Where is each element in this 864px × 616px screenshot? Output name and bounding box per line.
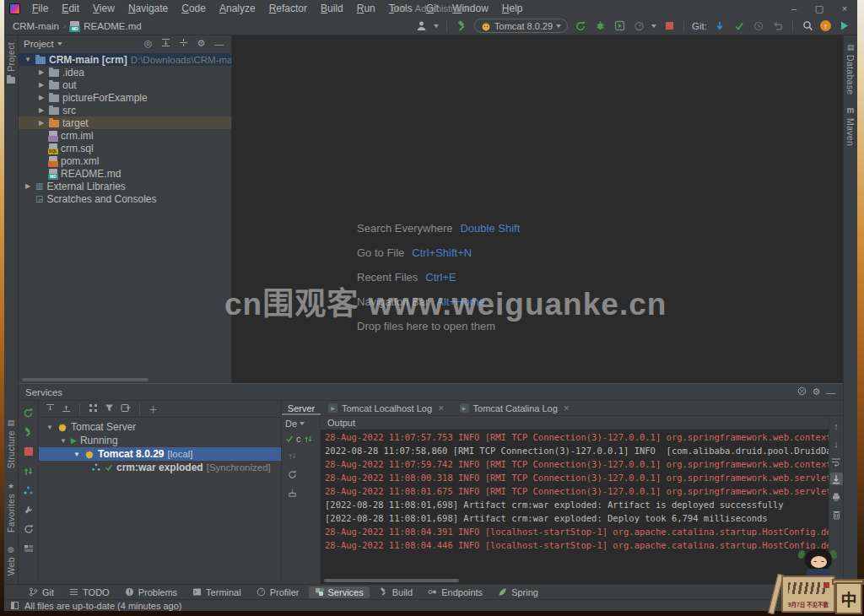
tree-row-external-libraries[interactable]: ▶ ▥ External Libraries xyxy=(19,180,231,192)
filter-icon[interactable] xyxy=(105,403,114,414)
expand-all-icon[interactable] xyxy=(159,38,173,49)
user-dropdown-caret-icon[interactable] xyxy=(434,24,439,28)
deployment-item[interactable]: c xyxy=(285,434,316,444)
group-by-icon[interactable] xyxy=(89,403,98,414)
deploy-to-icon[interactable] xyxy=(285,486,299,500)
history-icon[interactable] xyxy=(752,19,765,33)
menu-view[interactable]: View xyxy=(86,1,122,16)
swap-disabled-icon[interactable] xyxy=(285,449,299,462)
edit-configuration-wrench-icon[interactable] xyxy=(22,503,35,516)
service-row-running[interactable]: ▼ ▶ Running xyxy=(39,434,281,447)
refresh-icon[interactable] xyxy=(22,522,35,536)
collapse-all-icon[interactable] xyxy=(176,38,191,49)
output-horizontal-scrollbar[interactable] xyxy=(324,579,459,582)
tree-row-readme-md[interactable]: MD README.md xyxy=(19,167,231,180)
chevron-right-icon[interactable]: ▶ xyxy=(37,106,46,114)
chevron-down-icon[interactable]: ▼ xyxy=(24,56,32,63)
chevron-right-icon[interactable]: ▶ xyxy=(37,94,46,101)
services-settings-gear-icon[interactable]: ⚙ xyxy=(809,386,824,397)
menu-file[interactable]: File xyxy=(25,1,55,16)
git-commit-icon[interactable] xyxy=(732,19,746,33)
redeploy-icon[interactable] xyxy=(285,467,299,481)
float-mode-icon[interactable] xyxy=(795,386,809,397)
chevron-down-icon[interactable]: ▼ xyxy=(46,424,54,431)
menu-refactor[interactable]: Refactor xyxy=(262,1,314,16)
debug-icon[interactable] xyxy=(593,19,607,33)
chevron-right-icon[interactable]: ▶ xyxy=(37,68,46,76)
run-anything-icon[interactable] xyxy=(837,19,850,33)
chevron-down-icon[interactable]: ▼ xyxy=(73,451,81,458)
tree-row-idea[interactable]: ▶ .idea xyxy=(19,66,231,78)
toolwindow-build[interactable]: Build xyxy=(373,586,418,598)
expand-all-icon[interactable] xyxy=(46,403,55,414)
clear-all-trash-icon[interactable] xyxy=(830,508,843,521)
tree-row-project-root[interactable]: ▼ CRM-main [crm] D:\Downloads\CRM-main\C… xyxy=(19,53,231,66)
maximize-button[interactable]: ▢ xyxy=(807,0,832,17)
tab-tomcat-localhost-log[interactable]: ▶ Tomcat Localhost Log ✕ xyxy=(321,401,452,415)
collapse-all-icon[interactable] xyxy=(62,403,71,414)
stripe-item-web[interactable]: ◍ Web xyxy=(6,546,16,575)
menu-edit[interactable]: Edit xyxy=(55,1,86,16)
menu-analyze[interactable]: Analyze xyxy=(213,1,262,16)
tab-tomcat-catalina-log[interactable]: ▶ Tomcat Catalina Log ✕ xyxy=(452,401,578,415)
breadcrumb-project[interactable]: CRM-main xyxy=(13,21,59,31)
rollback-icon[interactable] xyxy=(771,19,785,33)
services-tree[interactable]: ▼ Tomcat Server ▼ ▶ Running xyxy=(39,418,281,474)
tool-window-toggle-icon[interactable] xyxy=(11,602,19,609)
deployment-dropdown[interactable]: De xyxy=(285,419,316,429)
soft-wrap-icon[interactable] xyxy=(830,455,843,467)
locate-file-icon[interactable]: ◎ xyxy=(141,38,155,49)
deploy-all-icon[interactable] xyxy=(22,484,35,497)
close-tab-icon[interactable]: ✕ xyxy=(564,404,570,413)
close-button[interactable]: × xyxy=(832,0,857,17)
stripe-item-structure[interactable]: ▤ Structure xyxy=(6,419,16,468)
profiler-icon[interactable] xyxy=(632,19,645,33)
toolwindow-terminal[interactable]: Terminal xyxy=(186,586,247,598)
project-horizontal-scrollbar[interactable] xyxy=(22,378,148,381)
menu-code[interactable]: Code xyxy=(175,1,213,16)
tree-row-pictureforexample[interactable]: ▶ pictureForExample xyxy=(19,91,231,104)
toolwindow-problems[interactable]: Problems xyxy=(119,586,183,598)
chevron-down-icon[interactable]: ▼ xyxy=(59,437,68,445)
hide-project-panel-icon[interactable]: — xyxy=(212,39,226,49)
menu-navigate[interactable]: Navigate xyxy=(122,1,175,16)
stop-server-icon[interactable] xyxy=(22,445,35,458)
output-console[interactable]: 28-Aug-2022 11:07:57.753 INFO [RMI TCP C… xyxy=(321,430,829,584)
profiler-dropdown-caret-icon[interactable] xyxy=(651,24,656,28)
breadcrumb-file[interactable]: README.md xyxy=(84,21,141,31)
tree-row-target[interactable]: ▶ target xyxy=(19,116,231,129)
tree-row-out[interactable]: ▶ out xyxy=(19,78,231,91)
tree-row-crm-sql[interactable]: SQL crm.sql xyxy=(19,142,231,154)
chevron-right-icon[interactable]: ▶ xyxy=(37,119,46,127)
next-occurrence-icon[interactable]: ↓ xyxy=(830,437,843,450)
search-everywhere-icon[interactable] xyxy=(801,19,814,33)
service-row-tomcat-8029[interactable]: ▼ Tomcat 8.0.29 [local] xyxy=(39,447,281,461)
show-in-new-frame-icon[interactable] xyxy=(121,403,131,414)
print-icon[interactable] xyxy=(830,490,843,503)
project-panel-title[interactable]: Project xyxy=(24,39,54,49)
close-tab-icon[interactable]: ✕ xyxy=(438,404,445,413)
editor-area[interactable]: Search Everywhere Double Shift Go to Fil… xyxy=(232,35,843,383)
rerun-server-icon[interactable] xyxy=(22,406,35,419)
stripe-item-database[interactable]: ▤ Database xyxy=(845,44,856,95)
stop-icon[interactable] xyxy=(662,19,676,33)
run-with-coverage-icon[interactable] xyxy=(613,19,626,33)
menu-help[interactable]: Help xyxy=(495,1,530,16)
add-service-icon[interactable]: ＋ xyxy=(148,403,158,416)
scroll-to-end-icon[interactable] xyxy=(830,473,843,485)
project-tree[interactable]: ▼ CRM-main [crm] D:\Downloads\CRM-main\C… xyxy=(19,51,231,383)
tree-row-pom-xml[interactable]: pom.xml xyxy=(19,154,231,167)
menu-build[interactable]: Build xyxy=(314,1,350,16)
menu-run[interactable]: Run xyxy=(350,1,382,16)
stripe-item-maven[interactable]: m Maven xyxy=(845,106,856,146)
tree-row-scratches[interactable]: ◲ Scratches and Consoles xyxy=(19,192,231,205)
toolwindow-git[interactable]: Git xyxy=(23,586,60,598)
toolwindow-endpoints[interactable]: Endpoints xyxy=(422,586,489,598)
update-running-application-icon[interactable] xyxy=(22,464,35,478)
build-hammer-icon[interactable] xyxy=(455,19,468,33)
project-view-caret-icon[interactable] xyxy=(57,42,62,46)
layout-options-icon[interactable] xyxy=(22,542,35,555)
update-notification-icon[interactable]: ↑ xyxy=(820,20,831,31)
tree-row-src[interactable]: ▶ src xyxy=(19,104,231,116)
toolwindow-profiler[interactable]: Profiler xyxy=(251,586,305,598)
